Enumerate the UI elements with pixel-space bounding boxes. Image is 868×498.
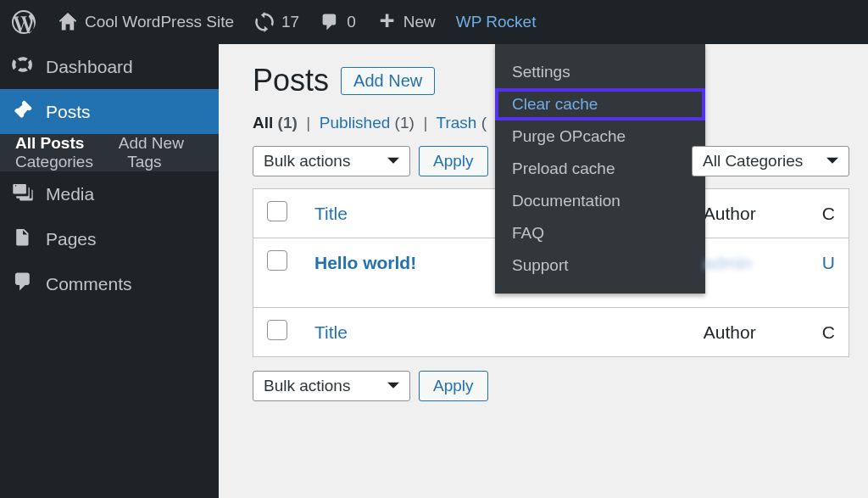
menu-media[interactable]: Media: [0, 171, 219, 216]
site-name-link[interactable]: Cool WordPress Site: [47, 0, 244, 44]
apply-button-top[interactable]: Apply: [419, 146, 488, 176]
filter-trash[interactable]: Trash (: [437, 114, 487, 131]
menu-dashboard[interactable]: Dashboard: [0, 44, 219, 89]
wprocket-menu[interactable]: WP Rocket: [446, 0, 547, 44]
pages-icon: [12, 226, 34, 252]
dropdown-documentation[interactable]: Documentation: [495, 185, 705, 217]
home-icon: [58, 12, 78, 32]
bulk-actions-select-bottom[interactable]: Bulk actions: [253, 371, 410, 401]
comments-count: 0: [347, 13, 356, 31]
site-name: Cool WordPress Site: [85, 13, 234, 31]
col-categories-bottom[interactable]: C: [809, 308, 849, 357]
wp-logo[interactable]: [0, 0, 47, 44]
admin-bar: Cool WordPress Site 17 0 New WP Rocket: [0, 0, 868, 44]
pin-icon: [12, 98, 34, 125]
post-author[interactable]: admin: [704, 253, 752, 272]
dropdown-preload-cache[interactable]: Preload cache: [495, 153, 705, 185]
col-title-bottom[interactable]: Title: [301, 308, 690, 357]
update-icon: [254, 12, 275, 32]
posts-submenu: All Posts Add New Categories Tags: [0, 134, 219, 171]
media-icon: [12, 181, 34, 207]
apply-button-bottom[interactable]: Apply: [419, 371, 488, 401]
comments-icon: [12, 271, 34, 297]
col-categories[interactable]: C: [809, 189, 849, 238]
comments-link[interactable]: 0: [309, 0, 366, 44]
wprocket-label: WP Rocket: [456, 13, 537, 31]
dropdown-faq[interactable]: FAQ: [495, 217, 705, 249]
menu-comments[interactable]: Comments: [0, 261, 219, 306]
menu-comments-label: Comments: [46, 274, 132, 294]
new-content-link[interactable]: New: [366, 0, 446, 44]
menu-dashboard-label: Dashboard: [46, 57, 133, 77]
comment-icon: [320, 12, 340, 32]
menu-posts[interactable]: Posts: [0, 89, 219, 134]
updates-link[interactable]: 17: [244, 0, 309, 44]
filter-published[interactable]: Published (1): [320, 114, 415, 131]
dropdown-settings[interactable]: Settings: [495, 56, 705, 88]
page-title: Posts: [253, 63, 329, 98]
menu-posts-label: Posts: [46, 102, 91, 122]
post-category[interactable]: U: [809, 238, 849, 308]
post-title-link[interactable]: Hello world!: [314, 253, 416, 272]
new-label: New: [403, 13, 436, 31]
row-checkbox[interactable]: [267, 250, 287, 271]
plus-icon: [376, 12, 397, 32]
bottom-controls: Bulk actions Apply: [253, 371, 849, 401]
menu-media-label: Media: [46, 184, 94, 204]
admin-sidebar: Dashboard Posts All Posts Add New Catego…: [0, 44, 219, 498]
add-new-button[interactable]: Add New: [341, 67, 435, 95]
wordpress-icon: [12, 10, 36, 34]
wprocket-dropdown: Settings Clear cache Purge OPcache Prelo…: [495, 44, 705, 294]
bulk-actions-select[interactable]: Bulk actions: [253, 146, 410, 176]
dropdown-clear-cache[interactable]: Clear cache: [495, 88, 705, 120]
filter-all[interactable]: All (1): [253, 114, 298, 131]
col-author-bottom[interactable]: Author: [690, 308, 809, 357]
categories-select[interactable]: All Categories: [692, 146, 849, 176]
menu-pages-label: Pages: [46, 229, 97, 249]
updates-count: 17: [281, 13, 299, 31]
select-all-checkbox[interactable]: [267, 201, 287, 221]
select-all-checkbox-bottom[interactable]: [267, 320, 287, 340]
dropdown-support[interactable]: Support: [495, 249, 705, 282]
dropdown-purge-opcache[interactable]: Purge OPcache: [495, 120, 705, 153]
dashboard-icon: [12, 53, 34, 80]
menu-pages[interactable]: Pages: [0, 216, 219, 261]
col-author[interactable]: Author: [690, 189, 809, 238]
